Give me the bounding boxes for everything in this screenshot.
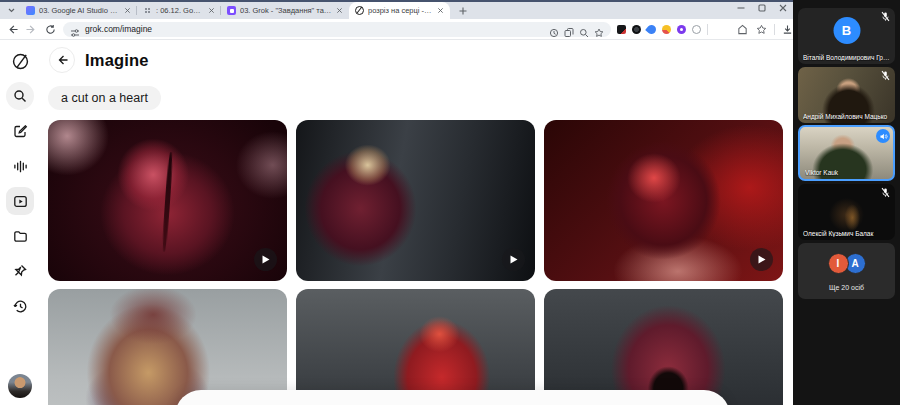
more-participants-tile[interactable]: І А Ще 20 осіб <box>798 243 895 299</box>
participant-tile[interactable]: Олексій Кузьмич Балак <box>798 184 895 240</box>
tab-search-chevron-icon[interactable] <box>4 2 18 19</box>
copy-icon[interactable] <box>564 24 574 34</box>
browser-tab-3[interactable]: 03. Grok - "Завдання" та "Про… <box>221 2 349 19</box>
extension-icon-3[interactable] <box>645 23 658 36</box>
tab-close-icon[interactable] <box>336 7 343 14</box>
prompt-input-sheet[interactable] <box>175 390 730 405</box>
extension-icon-2[interactable] <box>632 25 641 34</box>
generated-video-2[interactable] <box>296 120 535 281</box>
lens-search-icon[interactable] <box>579 24 589 34</box>
extension-icon-5[interactable] <box>677 25 686 34</box>
browser-tab-2[interactable]: : 06.12. Google AI Studio. Grok. <box>137 2 221 19</box>
reload-icon[interactable] <box>44 23 57 36</box>
back-button[interactable] <box>49 47 75 73</box>
participant-name: Viktor Kauk <box>805 169 889 176</box>
maximize-icon[interactable] <box>758 4 766 12</box>
video-call-panel: В Віталій Володимирович Гр… Андрій Михай… <box>793 0 900 405</box>
more-participants-label: Ще 20 осіб <box>798 284 895 291</box>
toolbar-divider <box>707 24 708 35</box>
window-controls <box>737 1 787 15</box>
overflow-avatars: І А <box>828 253 866 274</box>
tab-title: розріз на серці - Grok <box>368 6 433 15</box>
participant-name: Віталій Володимирович Гр… <box>803 54 891 61</box>
overflow-avatar: І <box>828 253 849 274</box>
grok-logo-icon <box>6 47 34 75</box>
play-icon[interactable] <box>254 248 277 271</box>
back-icon[interactable] <box>6 23 19 36</box>
play-icon[interactable] <box>750 248 773 271</box>
participant-name: Олексій Кузьмич Балак <box>803 230 891 237</box>
generated-image-6[interactable] <box>544 289 783 405</box>
mic-muted-icon <box>880 70 891 81</box>
tab-close-icon[interactable] <box>437 7 444 14</box>
tab-title: : 06.12. Google AI Studio. Grok. <box>156 6 204 15</box>
participant-tile-speaking[interactable]: Viktor Kauk <box>798 125 895 181</box>
site-settings-icon[interactable] <box>70 24 80 34</box>
generated-image-4[interactable] <box>48 289 287 405</box>
speaker-audio-icon <box>876 129 890 143</box>
play-icon[interactable] <box>502 248 525 271</box>
generated-video-3[interactable] <box>544 120 783 281</box>
doc-favicon <box>143 6 152 15</box>
page-title: Imagine <box>85 51 149 70</box>
side-panel-icon[interactable] <box>736 23 749 36</box>
extension-icon-4[interactable] <box>662 25 671 34</box>
generated-video-1[interactable] <box>48 120 287 281</box>
search-button[interactable] <box>6 82 34 110</box>
imagine-button[interactable] <box>6 187 34 215</box>
imagine-page: Imagine a cut on a heart <box>40 41 793 405</box>
toolbar-divider <box>774 24 775 35</box>
user-avatar[interactable] <box>8 374 32 398</box>
reading-mode-icon[interactable] <box>549 24 559 34</box>
participant-tile[interactable]: В Віталій Володимирович Гр… <box>798 8 895 64</box>
ai-studio-favicon <box>26 6 35 15</box>
url-text: grok.com/imagine <box>85 24 544 34</box>
files-button[interactable] <box>6 222 34 250</box>
participant-tile[interactable]: Андрій Михайлович Мацько <box>798 67 895 123</box>
mic-muted-icon <box>880 11 891 22</box>
grok-favicon <box>355 6 364 15</box>
browser-tab-active[interactable]: розріз на серці - Grok <box>349 2 450 19</box>
grok-task-favicon <box>227 6 236 15</box>
tab-close-icon[interactable] <box>124 7 131 14</box>
participant-name: Андрій Михайлович Мацько <box>803 113 891 120</box>
bookmark-star-icon[interactable] <box>594 24 604 34</box>
pin-button[interactable] <box>6 257 34 285</box>
close-icon[interactable] <box>779 4 787 12</box>
tab-title: 03. Grok - "Завдання" та "Про… <box>240 6 332 15</box>
generated-image-5[interactable] <box>296 289 535 405</box>
prompt-chip[interactable]: a cut on a heart <box>48 86 161 110</box>
address-bar[interactable]: grok.com/imagine <box>63 22 611 37</box>
history-button[interactable] <box>6 292 34 320</box>
extension-icon-6[interactable] <box>692 25 701 34</box>
minimize-icon[interactable] <box>737 4 745 12</box>
forward-icon[interactable] <box>25 23 38 36</box>
tab-close-icon[interactable] <box>208 7 215 14</box>
mic-muted-icon <box>880 187 891 198</box>
participant-avatar: В <box>833 17 860 44</box>
browser-tab-1[interactable]: 03. Google AI Studio та Grok <box>20 2 137 19</box>
new-tab-button[interactable] <box>456 4 470 18</box>
bookmarks-icon[interactable] <box>755 23 768 36</box>
voice-mode-button[interactable] <box>6 152 34 180</box>
tab-strip: 03. Google AI Studio та Grok : 06.12. Go… <box>0 0 793 19</box>
tab-title: 03. Google AI Studio та Grok <box>39 6 120 15</box>
window-top-edge <box>0 0 793 2</box>
grok-sidebar <box>0 41 40 405</box>
new-chat-button[interactable] <box>6 117 34 145</box>
browser-window: 03. Google AI Studio та Grok : 06.12. Go… <box>0 0 793 405</box>
extension-icon-1[interactable] <box>617 25 626 34</box>
browser-toolbar: grok.com/imagine aж <box>0 19 793 40</box>
